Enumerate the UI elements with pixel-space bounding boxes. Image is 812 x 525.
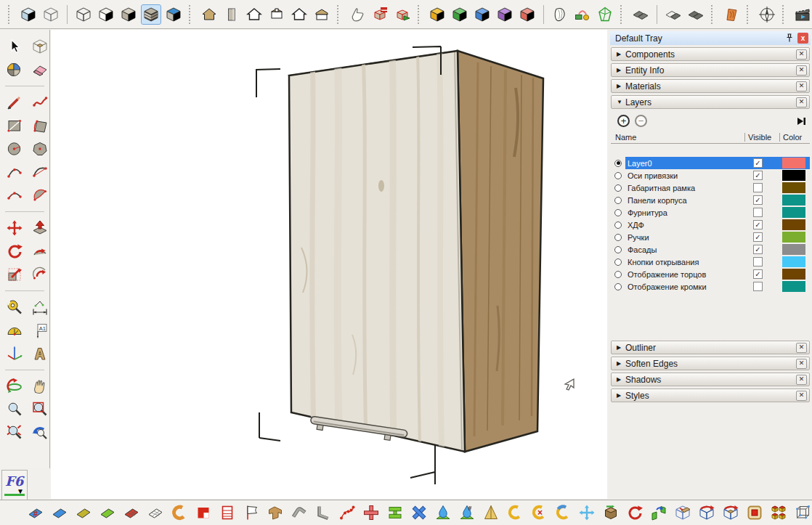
rotate-tool-icon[interactable] [5, 242, 24, 261]
plugin-cube-blue-icon[interactable] [473, 5, 492, 24]
torus-segment-tool-icon[interactable] [170, 503, 189, 522]
panel-olive-tool-icon[interactable] [74, 503, 93, 522]
cabinet-side-face[interactable] [458, 51, 543, 452]
layer-color-swatch[interactable] [782, 158, 805, 168]
tray-section-layers[interactable]: ▼ Layers ✕ [611, 95, 810, 109]
cube-panel-tool-icon[interactable] [673, 503, 692, 522]
layer-name[interactable]: Габаритная рамка [625, 184, 744, 192]
compass-tool-icon[interactable] [758, 5, 776, 24]
corner-square-tool-icon[interactable] [194, 503, 213, 522]
box-container-tool-icon[interactable] [601, 503, 620, 522]
layer-current-radio[interactable] [614, 172, 622, 179]
zoom-extents-tool-icon[interactable] [5, 423, 24, 442]
corner-bracket-bottom-right[interactable] [410, 444, 435, 484]
section-close-icon[interactable]: ✕ [796, 375, 807, 385]
layer-visible-checkbox[interactable] [753, 208, 763, 217]
layer-current-radio[interactable] [614, 259, 622, 266]
layer-color-swatch[interactable] [782, 244, 805, 255]
scale-tool-icon[interactable] [5, 265, 24, 284]
make-component-tool-icon[interactable] [31, 37, 49, 56]
layer-color-swatch[interactable] [782, 207, 805, 218]
f6-plugin-icon[interactable]: F6 [5, 473, 23, 489]
model-canvas[interactable] [51, 30, 607, 499]
style-xray-icon[interactable] [19, 5, 38, 24]
cut-table-tool-icon[interactable] [218, 503, 237, 522]
previous-view-tool-icon[interactable] [31, 423, 49, 442]
view-right-icon[interactable] [267, 5, 286, 24]
layer-current-radio[interactable] [614, 197, 622, 204]
section-close-icon[interactable]: ✕ [796, 359, 807, 369]
panels-wire-icon[interactable] [664, 5, 683, 24]
section-close-icon[interactable]: ✕ [796, 391, 807, 401]
layer-visible-checkbox[interactable]: ✓ [753, 171, 763, 180]
section-close-icon[interactable]: ✕ [796, 65, 807, 76]
layer-visible-checkbox[interactable]: ✓ [753, 232, 763, 242]
layer-current-radio[interactable] [614, 234, 622, 241]
layer-row[interactable]: Фасады✓ [611, 243, 810, 256]
tray-section-shadows[interactable]: ▶Shadows✕ [611, 373, 810, 386]
tray-section-components[interactable]: ▶Components✕ [611, 47, 810, 61]
tray-section-materials[interactable]: ▶Materials✕ [611, 79, 810, 93]
view-front-icon[interactable] [245, 5, 264, 24]
layer-name[interactable]: Кнопки открывания [625, 258, 744, 266]
tray-close-icon[interactable]: x [797, 33, 808, 44]
rectangle-tool-icon[interactable] [5, 116, 24, 135]
paint-bucket-tool-icon[interactable] [5, 60, 24, 79]
line-tool-icon[interactable] [5, 93, 24, 112]
expand-arrow-icon[interactable]: ▶ [617, 51, 625, 57]
arc-tool-icon[interactable] [5, 163, 24, 182]
layer-name[interactable]: Ручки [625, 233, 744, 242]
section-close-icon[interactable]: ✕ [796, 81, 807, 91]
control-points-curve-tool-icon[interactable] [338, 503, 357, 522]
panels-stack-icon[interactable] [631, 5, 650, 24]
layer-row[interactable]: Кнопки открывания [611, 256, 810, 268]
style-monochrome-icon[interactable] [164, 5, 183, 24]
layers-column-header[interactable]: Name Visible Color [611, 131, 810, 144]
layer-row[interactable]: Отображение торцов✓ [611, 268, 810, 280]
tray-section-outliner[interactable]: ▶Outliner✕ [611, 341, 810, 354]
animation-tool-icon[interactable] [793, 5, 812, 24]
freehand-tool-icon[interactable] [31, 93, 49, 112]
layer-row[interactable]: ХДФ✓ [611, 219, 810, 231]
polygon-tool-icon[interactable] [31, 139, 49, 158]
tray-section-entity-info[interactable]: ▶Entity Info✕ [611, 63, 810, 77]
dc-component-attributes-icon[interactable] [393, 5, 412, 24]
view-iso-icon[interactable] [200, 5, 219, 24]
expand-arrow-icon[interactable]: ▶ [617, 360, 625, 367]
dimension-tool-icon[interactable] [31, 298, 49, 317]
corner-bracket-bottom-left[interactable] [259, 412, 280, 441]
align-panels-tool-icon[interactable] [386, 503, 405, 522]
layer-color-swatch[interactable] [782, 269, 805, 280]
move-tool-icon[interactable] [5, 219, 24, 237]
layer-visible-checkbox[interactable]: ✓ [753, 195, 763, 205]
hook-delete-tool-icon[interactable]: × [529, 503, 548, 522]
layer-row[interactable]: Фурнитура [611, 206, 810, 219]
frame-center-tool-icon[interactable] [745, 503, 764, 522]
expand-arrow-icon[interactable]: ▶ [617, 344, 625, 351]
f6-plugin-toolbar[interactable]: F6 ▼ [1, 470, 28, 500]
pin-icon[interactable] [784, 33, 795, 44]
expand-arrow-icon[interactable]: ▶ [617, 67, 625, 73]
layer-visible-checkbox[interactable]: ✓ [753, 158, 763, 168]
tray-header[interactable]: Default Tray x [610, 31, 811, 45]
layer-color-swatch[interactable] [782, 281, 805, 292]
panel-number-tool-icon[interactable]: # [26, 503, 45, 522]
section-close-icon[interactable]: ✕ [796, 97, 807, 107]
layer-color-swatch[interactable] [782, 232, 805, 243]
style-shaded-icon[interactable] [119, 5, 138, 24]
layer-visible-checkbox[interactable] [753, 183, 763, 192]
layer-name[interactable]: Отображение торцов [625, 270, 744, 279]
layer-current-radio[interactable] [614, 221, 622, 229]
offset-tool-icon[interactable] [31, 265, 49, 284]
plugin-cube-purple-icon[interactable] [495, 5, 514, 24]
column-color[interactable]: Color [779, 133, 810, 142]
style-wireframe-icon[interactable] [74, 5, 93, 24]
swap-component-tool-icon[interactable] [649, 503, 668, 522]
collapse-arrow-icon[interactable]: ▼ [617, 99, 625, 105]
add-layer-button[interactable]: + [617, 115, 630, 127]
cross-blue-panels-tool-icon[interactable] [410, 503, 429, 522]
plugin-cube-orange-icon[interactable] [429, 5, 447, 24]
two-point-arc-tool-icon[interactable] [31, 163, 49, 182]
layer-visible-checkbox[interactable]: ✓ [753, 220, 763, 229]
dc-component-options-icon[interactable] [370, 5, 389, 24]
